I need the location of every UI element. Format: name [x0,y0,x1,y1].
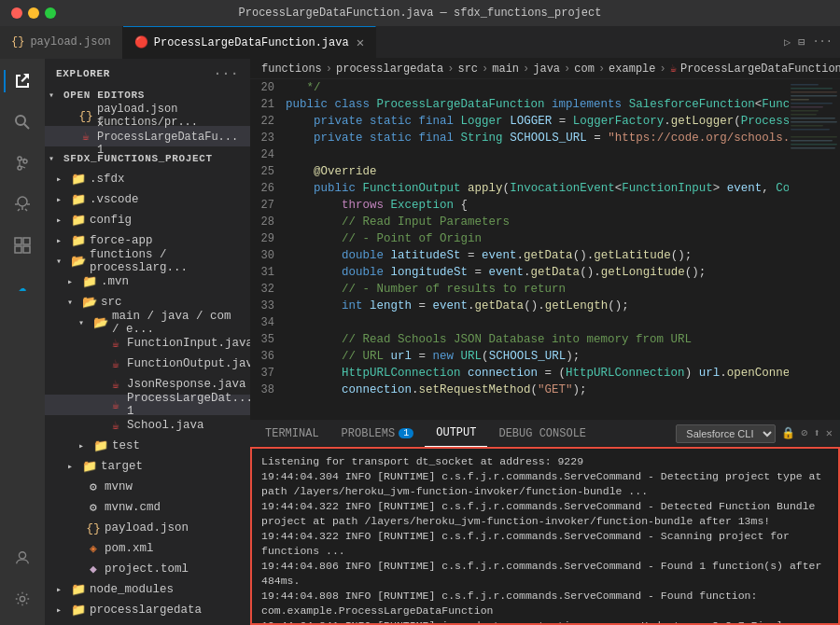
project-arrow: ▾ [49,153,63,164]
functions-folder[interactable]: ▾ 📂 functions / processlarg... [45,251,250,271]
lc-23: private static final String SCHOOLS_URL … [286,130,789,146]
output-source-select[interactable]: Salesforce CLI [676,424,776,443]
json-file-icon: {} [11,35,24,49]
bc-processlargedata: processlargedata [336,62,443,76]
run-icon[interactable]: ▷ [784,35,791,49]
lock-icon[interactable]: 🔒 [781,426,795,440]
code-line-34: 34 [250,314,789,331]
config-arrow: ▸ [56,215,71,226]
account-icon[interactable] [4,539,41,576]
lc-31: double longitudeSt = event.getData().get… [286,264,789,281]
tab-process[interactable]: 🔴 ProcessLargeDataFunction.java ✕ [123,26,376,59]
tab-payload[interactable]: {} payload.json [0,26,123,59]
svg-rect-11 [791,84,819,86]
salesforce-activity-icon[interactable]: ☁ [4,268,41,305]
lc-30: double latitudeSt = event.getData().getL… [286,247,789,264]
project-toml-file[interactable]: ◆ project.toml [45,559,250,579]
vscode-folder[interactable]: ▸ 📁 .vscode [45,189,250,210]
editor-minimap [789,79,840,420]
mvnwcmd-file[interactable]: ⚙ mvnw.cmd [45,497,250,518]
settings-icon[interactable] [4,580,41,618]
tab-debug-label: DEBUG CONSOLE [498,427,586,440]
explorer-activity-icon[interactable] [4,62,41,100]
source-control-activity-icon[interactable] [4,145,41,182]
tab-terminal[interactable]: TERMINAL [254,421,330,447]
target-folder[interactable]: ▸ 📁 target [45,456,250,477]
bc-sep7: › [660,62,666,76]
terminal-output[interactable]: Listening for transport dt_socket at add… [250,447,840,625]
terminal-line-6: 19:44:04.808 INFO [RUNTIME] c.s.f.j.r.co… [261,589,829,618]
mvnw-file[interactable]: ⚙ mvnw [45,477,250,497]
maximize-panel-icon[interactable]: ⬆ [814,426,820,440]
split-editor-icon[interactable]: ⊟ [798,35,805,49]
window-title: ProcessLargeDataFunction.java — sfdx_fun… [239,7,602,20]
force-app-arrow: ▸ [56,235,71,246]
search-activity-icon[interactable] [4,104,41,141]
bc-main: main [492,62,519,76]
processlargedata-folder[interactable]: ▸ 📁 processlargedata [45,600,250,620]
test-folder[interactable]: ▸ 📁 test [45,436,250,456]
svg-rect-16 [791,103,833,104]
ln-29: 29 [250,230,286,247]
functionoutput-file[interactable]: ☕ FunctionOutput.java [45,354,250,374]
panel: TERMINAL PROBLEMS 1 OUTPUT DEBUG CONSOLE… [250,420,840,625]
bc-src: src [457,62,478,76]
main-folder[interactable]: ▾ 📂 main / java / com / e... [45,312,250,333]
node-arrow: ▸ [56,584,71,595]
tab-problems[interactable]: PROBLEMS 1 [330,421,426,447]
java-icon-pl: ☕ [108,397,123,412]
tab-output-label: OUTPUT [436,426,476,439]
explorer-title: EXPLORER [56,68,110,79]
folder-icon-target: 📁 [82,459,97,474]
more-icon[interactable]: ··· [812,35,833,49]
clear-output-icon[interactable]: ⊘ [801,426,807,440]
svg-rect-13 [791,91,837,93]
config-folder[interactable]: ▸ 📁 config [45,210,250,230]
debug-activity-icon[interactable] [4,186,41,223]
code-line-33: 33 int length = event.getData().getLengt… [250,298,789,314]
sfdx-arrow: ▸ [56,174,71,185]
sidebar: EXPLORER ··· ▾ OPEN EDITORS {} payload.j… [45,59,250,625]
close-button[interactable] [11,7,22,19]
ln-20: 20 [250,79,286,96]
explorer-more-button[interactable]: ··· [214,66,239,81]
main-arrow: ▾ [78,317,93,328]
node-modules-folder[interactable]: ▸ 📁 node_modules [45,579,250,600]
tab-output[interactable]: OUTPUT [425,421,487,447]
functioninput-label: FunctionInput.java [127,337,250,350]
tab-debug-console[interactable]: DEBUG CONSOLE [487,421,597,447]
school-label: School.java [127,419,204,432]
functioninput-file[interactable]: ☕ FunctionInput.java [45,333,250,354]
titlebar: ProcessLargeDataFunction.java — sfdx_fun… [0,0,840,26]
folder-icon-vscode: 📁 [71,192,86,207]
vscode-arrow: ▸ [56,194,71,205]
sfdx-folder[interactable]: ▸ 📁 .sfdx [45,169,250,189]
bc-java: java [533,62,560,76]
pom-file[interactable]: ◈ pom.xml [45,538,250,559]
processlarge-file[interactable]: ☕ ProcessLargeDat... 1 [45,395,250,415]
scripts-folder[interactable]: ▸ 📁 scripts [45,620,250,625]
code-line-26: 26 public FunctionOutput apply(Invocatio… [250,180,789,197]
minimize-button[interactable] [28,7,39,19]
code-line-29: 29 // - Point of Origin [250,230,789,247]
code-line-20: 20 */ [250,79,789,96]
svg-rect-15 [791,99,809,101]
school-file[interactable]: ☕ School.java [45,415,250,436]
maximize-button[interactable] [45,7,56,19]
bc-sep6: › [598,62,605,76]
activity-bar-bottom [4,539,41,625]
payload-file[interactable]: {} payload.json [45,518,250,538]
lc-20: */ [286,79,789,96]
mvn-folder[interactable]: ▸ 📁 .mvn [45,271,250,292]
close-panel-icon[interactable]: ✕ [826,426,833,440]
extensions-activity-icon[interactable] [4,227,41,264]
vscode-label: .vscode [90,193,139,206]
tab-close-button[interactable]: ✕ [357,35,364,50]
lc-22: private static final Logger LOGGER = Log… [286,113,789,130]
code-editor[interactable]: 20 */ 21 public class ProcessLargeDataFu… [250,79,789,420]
open-editors-label: OPEN EDITORS [63,90,145,101]
open-editor-processlargedata[interactable]: ☕ ✕ ProcessLargeDataFu... 1 [45,126,250,146]
folder-icon-src: 📂 [82,295,97,310]
src-label: src [101,296,122,309]
ln-37: 37 [250,365,286,382]
